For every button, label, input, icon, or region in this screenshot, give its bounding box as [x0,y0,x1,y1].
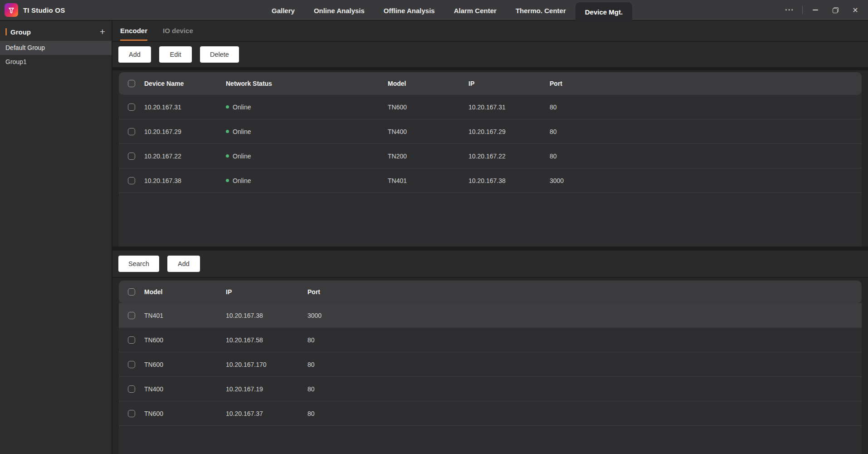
col-network-status: Network Status [226,80,388,87]
close-button[interactable]: ✕ [845,0,865,20]
group-header: Group + [0,23,112,41]
cell-device-name: 10.20.167.29 [144,128,226,135]
cell-model: TN401 [144,312,226,319]
table-row[interactable]: 10.20.167.29 Online TN400 10.20.167.29 8… [119,119,862,144]
table-row[interactable]: TN401 10.20.167.38 3000 [119,303,862,328]
row-checkbox[interactable] [128,336,135,344]
cell-ip: 10.20.167.31 [468,104,550,111]
accent-bar [5,28,7,35]
edit-device-button[interactable]: Edit [159,46,192,63]
row-checkbox[interactable] [128,153,135,160]
cell-port: 80 [307,385,862,393]
close-icon: ✕ [852,6,858,15]
nav-item-thermo-center[interactable]: Thermo. Center [506,0,575,21]
restore-icon [833,7,839,13]
section-divider [112,67,868,70]
status-text: Online [233,177,251,184]
table-row[interactable]: 10.20.167.31 Online TN600 10.20.167.31 8… [119,95,862,119]
discovery-table-zone: Model IP Port TN401 10.20.167.38 3000 TN… [112,278,868,454]
maximize-button[interactable] [825,0,845,20]
nav-item-gallery[interactable]: Gallery [262,0,304,21]
tab-encoder[interactable]: Encoder [120,21,147,41]
nav-item-offline-analysis[interactable]: Offline Analysis [374,0,444,21]
col-model: Model [388,80,468,87]
tab-io-device[interactable]: IO device [163,21,193,41]
cell-network-status: Online [226,104,388,111]
window-controls: ··· ✕ [780,0,868,20]
delete-device-button[interactable]: Delete [200,46,239,63]
nav-item-device-mgt[interactable]: Device Mgt. [575,2,632,22]
device-table: Device Name Network Status Model IP Port… [119,72,862,247]
cell-model: TN600 [144,361,226,368]
table-row[interactable]: TN600 10.20.167.37 80 [119,401,862,426]
sidebar-item-default-group[interactable]: Default Group [0,41,112,55]
online-dot-icon [226,179,229,182]
device-type-tabs: Encoder IO device [112,21,868,42]
col-model: Model [144,288,226,296]
minimize-button[interactable] [805,0,825,20]
table-row[interactable]: TN600 10.20.167.58 80 [119,328,862,352]
content-area: Group + Default Group Group1 Encoder IO … [0,21,868,454]
col-port: Port [550,80,862,87]
controls-divider [802,6,803,14]
col-ip: IP [226,288,307,296]
row-checkbox[interactable] [128,128,135,135]
cell-ip: 10.20.167.170 [226,361,307,368]
more-button[interactable]: ··· [780,0,800,20]
online-dot-icon [226,105,229,109]
sidebar-item-group1[interactable]: Group1 [0,55,112,69]
titlebar: TI Studio OS Gallery Online Analysis Off… [0,0,868,21]
cell-port: 80 [550,128,862,135]
cell-ip: 10.20.167.58 [226,336,307,344]
group-title: Group [10,28,31,36]
cell-port: 80 [550,104,862,111]
cell-device-name: 10.20.167.38 [144,177,226,184]
status-text: Online [233,104,251,111]
cell-network-status: Online [226,177,388,184]
row-checkbox[interactable] [128,312,135,319]
cell-model: TN200 [388,153,468,160]
cell-ip: 10.20.167.38 [226,312,307,319]
cell-model: TN401 [388,177,468,184]
row-checkbox[interactable] [128,177,135,184]
add-device-button[interactable]: Add [118,46,151,63]
cell-port: 80 [307,361,862,368]
cell-port: 3000 [307,312,862,319]
cell-device-name: 10.20.167.31 [144,104,226,111]
main-panel: Encoder IO device Add Edit Delete Device… [112,21,868,454]
brand: TI Studio OS [0,3,65,17]
group-sidebar: Group + Default Group Group1 [0,21,112,454]
app-window: TI Studio OS Gallery Online Analysis Off… [0,0,868,454]
row-checkbox[interactable] [128,410,135,417]
add-discovered-button[interactable]: Add [167,256,200,272]
row-checkbox[interactable] [128,361,135,368]
cell-model: TN600 [144,336,226,344]
online-dot-icon [226,154,229,158]
add-group-button[interactable]: + [100,27,105,36]
table-row[interactable]: TN400 10.20.167.19 80 [119,377,862,401]
more-icon: ··· [785,8,794,12]
search-devices-button[interactable]: Search [118,256,159,272]
device-table-zone: Device Name Network Status Model IP Port… [112,70,868,247]
col-port: Port [307,288,862,296]
device-actions: Add Edit Delete [112,42,868,67]
select-all-checkbox[interactable] [128,80,135,87]
select-all-checkbox[interactable] [128,288,135,296]
discovery-table: Model IP Port TN401 10.20.167.38 3000 TN… [119,281,862,454]
table-row[interactable]: 10.20.167.38 Online TN401 10.20.167.38 3… [119,168,862,193]
table-row[interactable]: 10.20.167.22 Online TN200 10.20.167.22 8… [119,144,862,168]
discovery-actions: Search Add [112,251,868,277]
cell-model: TN400 [388,128,468,135]
row-checkbox[interactable] [128,104,135,111]
nav-item-online-analysis[interactable]: Online Analysis [304,0,374,21]
main-nav: Gallery Online Analysis Offline Analysis… [262,0,632,21]
table-row[interactable]: TN600 10.20.167.170 80 [119,352,862,377]
cell-port: 80 [307,410,862,417]
cell-ip: 10.20.167.19 [226,385,307,393]
cell-port: 80 [550,153,862,160]
cell-model: TN600 [144,410,226,417]
row-checkbox[interactable] [128,385,135,393]
nav-item-alarm-center[interactable]: Alarm Center [444,0,506,21]
cell-port: 3000 [550,177,862,184]
col-ip: IP [468,80,550,87]
